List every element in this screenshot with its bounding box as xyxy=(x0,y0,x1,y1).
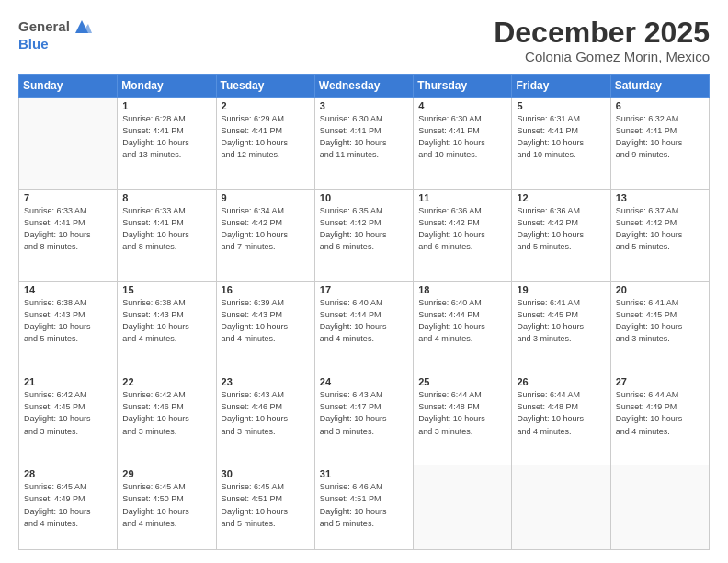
day-number: 9 xyxy=(222,192,310,203)
day-cell: 7Sunrise: 6:33 AM Sunset: 4:41 PM Daylig… xyxy=(19,190,118,282)
day-info: Sunrise: 6:45 AM Sunset: 4:50 PM Dayligh… xyxy=(122,481,210,529)
day-info: Sunrise: 6:35 AM Sunset: 4:42 PM Dayligh… xyxy=(320,205,408,253)
header-monday: Monday xyxy=(118,75,216,98)
day-info: Sunrise: 6:44 AM Sunset: 4:49 PM Dayligh… xyxy=(616,389,704,437)
day-number: 14 xyxy=(24,284,112,295)
day-cell: 27Sunrise: 6:44 AM Sunset: 4:49 PM Dayli… xyxy=(610,373,709,465)
day-number: 18 xyxy=(418,284,506,295)
day-number: 20 xyxy=(616,284,704,295)
day-cell: 24Sunrise: 6:43 AM Sunset: 4:47 PM Dayli… xyxy=(314,373,413,465)
day-cell: 13Sunrise: 6:37 AM Sunset: 4:42 PM Dayli… xyxy=(610,190,709,282)
week-row-4: 21Sunrise: 6:42 AM Sunset: 4:45 PM Dayli… xyxy=(19,373,710,465)
day-info: Sunrise: 6:45 AM Sunset: 4:51 PM Dayligh… xyxy=(222,481,310,529)
page: General Blue December 2025 Colonia Gomez… xyxy=(0,0,728,563)
day-number: 7 xyxy=(24,192,112,203)
day-number: 5 xyxy=(517,100,605,111)
day-cell: 21Sunrise: 6:42 AM Sunset: 4:45 PM Dayli… xyxy=(19,373,118,465)
header-wednesday: Wednesday xyxy=(314,75,413,98)
day-info: Sunrise: 6:37 AM Sunset: 4:42 PM Dayligh… xyxy=(616,205,704,253)
day-number: 28 xyxy=(24,468,112,479)
day-info: Sunrise: 6:43 AM Sunset: 4:47 PM Dayligh… xyxy=(320,389,408,437)
day-info: Sunrise: 6:30 AM Sunset: 4:41 PM Dayligh… xyxy=(418,113,506,161)
title-block: December 2025 Colonia Gomez Morin, Mexic… xyxy=(494,17,710,64)
day-cell xyxy=(610,465,709,550)
logo-blue: Blue xyxy=(18,37,49,52)
day-number: 16 xyxy=(222,284,310,295)
location-title: Colonia Gomez Morin, Mexico xyxy=(494,49,710,64)
day-cell: 19Sunrise: 6:41 AM Sunset: 4:45 PM Dayli… xyxy=(512,282,610,373)
day-cell: 18Sunrise: 6:40 AM Sunset: 4:44 PM Dayli… xyxy=(414,282,512,373)
day-info: Sunrise: 6:38 AM Sunset: 4:43 PM Dayligh… xyxy=(122,297,210,345)
weekday-header-row: Sunday Monday Tuesday Wednesday Thursday… xyxy=(19,75,710,98)
day-info: Sunrise: 6:41 AM Sunset: 4:45 PM Dayligh… xyxy=(517,297,605,345)
day-cell: 26Sunrise: 6:44 AM Sunset: 4:48 PM Dayli… xyxy=(512,373,610,465)
day-info: Sunrise: 6:43 AM Sunset: 4:46 PM Dayligh… xyxy=(222,389,310,437)
day-number: 4 xyxy=(418,100,506,111)
day-number: 15 xyxy=(122,284,210,295)
day-cell: 5Sunrise: 6:31 AM Sunset: 4:41 PM Daylig… xyxy=(512,98,610,190)
day-cell: 20Sunrise: 6:41 AM Sunset: 4:45 PM Dayli… xyxy=(610,282,709,373)
day-cell xyxy=(512,465,610,550)
logo: General Blue xyxy=(18,17,92,52)
day-number: 11 xyxy=(418,192,506,203)
day-number: 19 xyxy=(517,284,605,295)
day-cell: 22Sunrise: 6:42 AM Sunset: 4:46 PM Dayli… xyxy=(118,373,216,465)
day-info: Sunrise: 6:40 AM Sunset: 4:44 PM Dayligh… xyxy=(320,297,408,345)
logo-icon xyxy=(72,17,92,37)
day-number: 24 xyxy=(320,376,408,387)
day-number: 22 xyxy=(122,376,210,387)
day-info: Sunrise: 6:44 AM Sunset: 4:48 PM Dayligh… xyxy=(418,389,506,437)
day-cell: 12Sunrise: 6:36 AM Sunset: 4:42 PM Dayli… xyxy=(512,190,610,282)
day-info: Sunrise: 6:45 AM Sunset: 4:49 PM Dayligh… xyxy=(24,481,112,529)
header-sunday: Sunday xyxy=(19,75,118,98)
day-cell: 2Sunrise: 6:29 AM Sunset: 4:41 PM Daylig… xyxy=(216,98,314,190)
day-cell: 23Sunrise: 6:43 AM Sunset: 4:46 PM Dayli… xyxy=(216,373,314,465)
month-title: December 2025 xyxy=(494,17,710,49)
day-info: Sunrise: 6:33 AM Sunset: 4:41 PM Dayligh… xyxy=(122,205,210,253)
day-info: Sunrise: 6:31 AM Sunset: 4:41 PM Dayligh… xyxy=(517,113,605,161)
day-cell: 15Sunrise: 6:38 AM Sunset: 4:43 PM Dayli… xyxy=(118,282,216,373)
day-cell: 29Sunrise: 6:45 AM Sunset: 4:50 PM Dayli… xyxy=(118,465,216,550)
day-number: 1 xyxy=(122,100,210,111)
day-cell: 3Sunrise: 6:30 AM Sunset: 4:41 PM Daylig… xyxy=(314,98,413,190)
day-info: Sunrise: 6:34 AM Sunset: 4:42 PM Dayligh… xyxy=(222,205,310,253)
calendar-table: Sunday Monday Tuesday Wednesday Thursday… xyxy=(18,74,710,550)
day-cell: 17Sunrise: 6:40 AM Sunset: 4:44 PM Dayli… xyxy=(314,282,413,373)
day-info: Sunrise: 6:38 AM Sunset: 4:43 PM Dayligh… xyxy=(24,297,112,345)
day-number: 13 xyxy=(616,192,704,203)
day-info: Sunrise: 6:42 AM Sunset: 4:46 PM Dayligh… xyxy=(122,389,210,437)
day-number: 17 xyxy=(320,284,408,295)
day-info: Sunrise: 6:44 AM Sunset: 4:48 PM Dayligh… xyxy=(517,389,605,437)
logo-general: General xyxy=(18,19,70,35)
day-number: 12 xyxy=(517,192,605,203)
day-info: Sunrise: 6:36 AM Sunset: 4:42 PM Dayligh… xyxy=(517,205,605,253)
day-cell: 31Sunrise: 6:46 AM Sunset: 4:51 PM Dayli… xyxy=(314,465,413,550)
day-number: 26 xyxy=(517,376,605,387)
day-info: Sunrise: 6:42 AM Sunset: 4:45 PM Dayligh… xyxy=(24,389,112,437)
header: General Blue December 2025 Colonia Gomez… xyxy=(18,17,710,64)
day-info: Sunrise: 6:39 AM Sunset: 4:43 PM Dayligh… xyxy=(222,297,310,345)
week-row-5: 28Sunrise: 6:45 AM Sunset: 4:49 PM Dayli… xyxy=(19,465,710,550)
day-number: 29 xyxy=(122,468,210,479)
day-info: Sunrise: 6:46 AM Sunset: 4:51 PM Dayligh… xyxy=(320,481,408,529)
day-cell xyxy=(19,98,118,190)
day-info: Sunrise: 6:36 AM Sunset: 4:42 PM Dayligh… xyxy=(418,205,506,253)
day-cell: 4Sunrise: 6:30 AM Sunset: 4:41 PM Daylig… xyxy=(414,98,512,190)
day-cell: 1Sunrise: 6:28 AM Sunset: 4:41 PM Daylig… xyxy=(118,98,216,190)
day-info: Sunrise: 6:28 AM Sunset: 4:41 PM Dayligh… xyxy=(122,113,210,161)
day-number: 30 xyxy=(222,468,310,479)
day-info: Sunrise: 6:30 AM Sunset: 4:41 PM Dayligh… xyxy=(320,113,408,161)
day-number: 6 xyxy=(616,100,704,111)
day-cell: 25Sunrise: 6:44 AM Sunset: 4:48 PM Dayli… xyxy=(414,373,512,465)
header-tuesday: Tuesday xyxy=(216,75,314,98)
header-thursday: Thursday xyxy=(414,75,512,98)
day-number: 3 xyxy=(320,100,408,111)
day-info: Sunrise: 6:32 AM Sunset: 4:41 PM Dayligh… xyxy=(616,113,704,161)
day-cell: 8Sunrise: 6:33 AM Sunset: 4:41 PM Daylig… xyxy=(118,190,216,282)
week-row-1: 1Sunrise: 6:28 AM Sunset: 4:41 PM Daylig… xyxy=(19,98,710,190)
day-number: 25 xyxy=(418,376,506,387)
day-cell xyxy=(414,465,512,550)
day-info: Sunrise: 6:29 AM Sunset: 4:41 PM Dayligh… xyxy=(222,113,310,161)
day-number: 27 xyxy=(616,376,704,387)
day-info: Sunrise: 6:33 AM Sunset: 4:41 PM Dayligh… xyxy=(24,205,112,253)
